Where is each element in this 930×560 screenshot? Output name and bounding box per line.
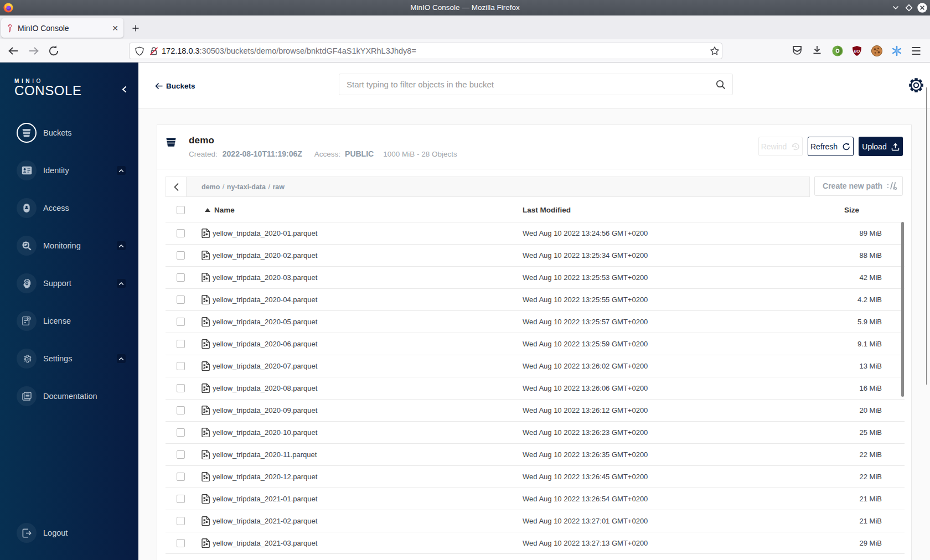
svg-text:uO: uO — [854, 49, 860, 54]
